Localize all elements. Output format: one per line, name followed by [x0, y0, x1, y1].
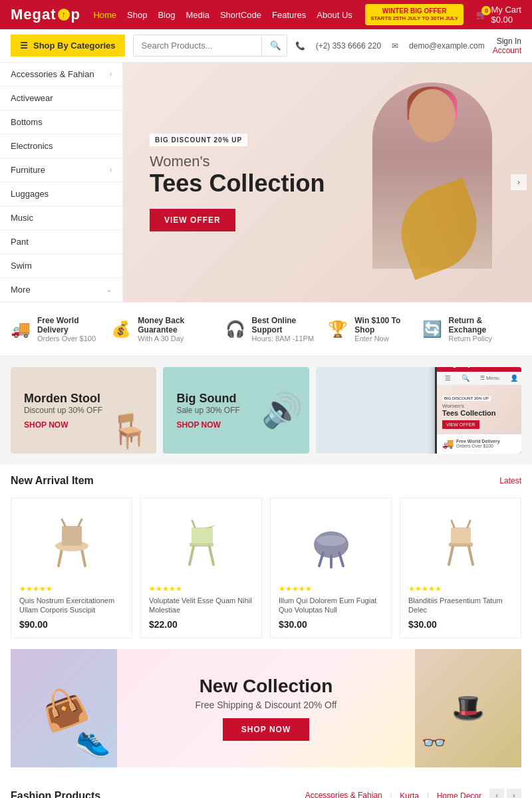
feature-title: Best Online Support	[252, 316, 329, 334]
svg-line-19	[469, 547, 473, 565]
phone-hero-title: Tees Collection	[442, 409, 521, 417]
sidebar-item-swim[interactable]: Swim	[0, 254, 122, 278]
offer-banner: WINTER BIG OFFER STARTS 25TH JULY TO 30T…	[365, 4, 464, 25]
main-area: Accessories & Fahian › Activewear Bottom…	[0, 63, 532, 302]
cart-icon-wrap: 🛒 0	[476, 10, 487, 20]
feature-money-back: 💰 Money Back Guarantee With A 30 Day	[111, 316, 225, 342]
hat-glasses-icon: 🎩	[452, 692, 485, 724]
phone-delivery-icon: 🚚	[442, 438, 454, 449]
feature-title: Win $100 To Shop	[354, 316, 422, 334]
fashion-prev-btn[interactable]: ‹	[489, 789, 504, 798]
cart-label-text: My Cart	[491, 5, 521, 15]
top-header: Megat ↑ p Home Shop Blog Media ShortCode…	[0, 0, 532, 29]
phone-delivery-title: Free World Delivery	[456, 439, 500, 444]
shop-by-cat-label: Shop By Categories	[33, 41, 116, 51]
product-desc: Illum Qui Dolorem Eum Fugiat Quo Volupta…	[279, 596, 383, 615]
sidebar-item-luggages[interactable]: Luggages	[0, 182, 122, 206]
feature-win: 🏆 Win $100 To Shop Enter Now	[328, 316, 422, 342]
shoes-icon: 👟	[72, 718, 117, 761]
nav-blog[interactable]: Blog	[158, 10, 175, 20]
second-nav: ☰ Shop By Categories 🔍 📞 (+2) 353 6666 2…	[0, 29, 532, 63]
product-card-2[interactable]: ★★★★★ Voluptate Velit Esse Quam Nihil Mo…	[140, 497, 262, 638]
svg-rect-4	[62, 526, 82, 546]
sidebar-item-accessories[interactable]: Accessories & Fahian ›	[0, 63, 122, 86]
svg-line-2	[82, 549, 85, 566]
svg-line-22	[467, 521, 470, 527]
sidebar-item-furniture[interactable]: Furniture ›	[0, 158, 122, 182]
product-card-1[interactable]: ★★★★★ Quis Nostrum Exercitationem Ullam …	[11, 497, 132, 638]
delivery-icon: 🚚	[11, 320, 31, 338]
phone-logo: Megatop	[442, 367, 472, 368]
product-price: $30.00	[279, 619, 383, 630]
money-icon: 💰	[111, 320, 131, 338]
svg-line-5	[62, 519, 65, 526]
nav-media[interactable]: Media	[186, 10, 209, 20]
product-price: $22.00	[149, 619, 253, 630]
hero-cta-btn[interactable]: VIEW OFFER	[150, 209, 235, 231]
logo-text-2: p	[71, 6, 80, 23]
chevron-down-icon: ⌄	[106, 286, 112, 293]
cart-area[interactable]: 🛒 0 My Cart $0.00	[476, 5, 521, 25]
shop-by-categories-btn[interactable]: ☰ Shop By Categories	[11, 35, 125, 57]
feature-delivery: 🚚 Free World Delivery Orders Over $100	[11, 316, 111, 342]
sidebar-label: Bottoms	[11, 117, 43, 127]
product-stars: ★★★★★	[279, 585, 383, 593]
feature-return: 🔄 Return & Exchange Return Policy	[422, 316, 521, 342]
product-desc: Voluptate Velit Esse Quam Nihil Molestia…	[149, 596, 253, 615]
svg-line-11	[192, 521, 195, 527]
phone-screen: Megatop ☰ 🔍 ☰ Menu 👤 BIG DISCOUNT 20% UP…	[437, 367, 521, 454]
glasses-icon: 👓	[422, 731, 446, 754]
feature-title: Money Back Guarantee	[138, 316, 225, 334]
sidebar-item-music[interactable]: Music	[0, 206, 122, 230]
fashion-tab-accessories[interactable]: Accessories & Fahian	[305, 791, 382, 798]
phone-menu-label: ☰ Menu	[480, 375, 499, 381]
sign-in-btn[interactable]: Sign In Account	[493, 37, 521, 55]
latest-link[interactable]: Latest	[499, 476, 521, 485]
chevron-right-icon: ›	[110, 70, 112, 78]
svg-line-9	[209, 547, 213, 565]
sidebar-label: More	[11, 285, 31, 295]
search-input[interactable]	[134, 35, 261, 56]
phone-hero-badge: BIG DISCOUNT 20% UP	[442, 396, 491, 401]
new-collection-shop-btn[interactable]: SHOP NOW	[223, 718, 309, 741]
sidebar-item-activewear[interactable]: Activewear	[0, 86, 122, 110]
product-price: $30.00	[408, 619, 513, 630]
nav-home[interactable]: Home	[93, 10, 116, 20]
fashion-tab-kurta[interactable]: Kurta	[400, 791, 419, 798]
fashion-section-title: Fashion Products	[11, 790, 100, 798]
products-grid: ★★★★★ Quis Nostrum Exercitationem Ullam …	[0, 492, 532, 649]
sidebar-item-more[interactable]: More ⌄	[0, 278, 122, 302]
promo-card-phone: Megatop ☰ 🔍 ☰ Menu 👤 BIG DISCOUNT 20% UP…	[316, 367, 521, 454]
product-card-3[interactable]: ★★★★★ Illum Qui Dolorem Eum Fugiat Quo V…	[270, 497, 392, 638]
nav-shortcode[interactable]: ShortCode	[220, 10, 261, 20]
svg-line-21	[452, 521, 454, 527]
hero-subtitle: Women's	[150, 153, 325, 170]
sidebar-label: Swim	[11, 261, 32, 271]
logo[interactable]: Megat ↑ p	[11, 6, 80, 23]
new-collection-subtitle: Free Shipping & Discount 20% Off	[196, 700, 337, 710]
tab-separator: |	[390, 792, 392, 798]
product-card-4[interactable]: ★★★★★ Blanditiis Praesentium Tatum Delec…	[400, 497, 521, 638]
fashion-next-btn[interactable]: ›	[507, 789, 521, 798]
phone-delivery-section: 🚚 Free World Delivery Orders Over $100	[437, 434, 521, 453]
sidebar-item-bottoms[interactable]: Bottoms	[0, 110, 122, 134]
product-price: $90.00	[19, 619, 124, 630]
hero-next-arrow[interactable]: ›	[511, 174, 527, 190]
chevron-right-icon: ›	[110, 166, 112, 174]
product-image-2	[149, 506, 253, 579]
phone-user-icon: 👤	[510, 374, 518, 382]
nav-features[interactable]: Features	[272, 10, 306, 20]
feature-title: Free World Delivery	[37, 316, 111, 334]
product-image-4	[408, 506, 513, 579]
email-icon: ✉	[392, 41, 398, 51]
phone-search-icon: 🔍	[462, 374, 469, 382]
product-desc: Blanditiis Praesentium Tatum Delec	[408, 596, 513, 615]
fashion-tab-home-decor[interactable]: Home Decor	[437, 791, 481, 798]
svg-rect-10	[192, 527, 213, 543]
search-button[interactable]: 🔍	[261, 35, 287, 56]
search-bar: 🔍	[133, 35, 287, 57]
nav-shop[interactable]: Shop	[127, 10, 147, 20]
sidebar-item-pant[interactable]: Pant	[0, 230, 122, 254]
nav-about[interactable]: About Us	[317, 10, 352, 20]
sidebar-item-electronics[interactable]: Electronics	[0, 134, 122, 158]
